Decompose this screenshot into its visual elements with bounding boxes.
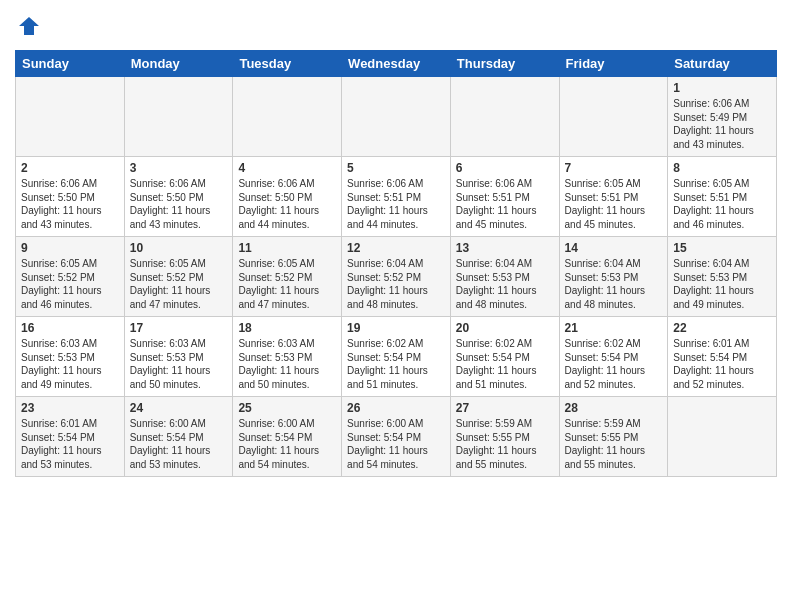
day-info: Sunrise: 6:04 AM Sunset: 5:53 PM Dayligh… [673, 257, 771, 311]
day-cell: 14Sunrise: 6:04 AM Sunset: 5:53 PM Dayli… [559, 237, 668, 317]
day-info: Sunrise: 6:01 AM Sunset: 5:54 PM Dayligh… [21, 417, 119, 471]
day-cell: 16Sunrise: 6:03 AM Sunset: 5:53 PM Dayli… [16, 317, 125, 397]
day-info: Sunrise: 6:03 AM Sunset: 5:53 PM Dayligh… [238, 337, 336, 391]
day-number: 21 [565, 321, 663, 335]
day-info: Sunrise: 6:05 AM Sunset: 5:52 PM Dayligh… [21, 257, 119, 311]
day-info: Sunrise: 6:06 AM Sunset: 5:50 PM Dayligh… [21, 177, 119, 231]
day-number: 17 [130, 321, 228, 335]
day-cell: 22Sunrise: 6:01 AM Sunset: 5:54 PM Dayli… [668, 317, 777, 397]
logo-icon [17, 14, 41, 38]
day-cell [450, 77, 559, 157]
day-info: Sunrise: 6:06 AM Sunset: 5:50 PM Dayligh… [130, 177, 228, 231]
day-number: 23 [21, 401, 119, 415]
day-cell [668, 397, 777, 477]
day-number: 13 [456, 241, 554, 255]
day-cell: 1Sunrise: 6:06 AM Sunset: 5:49 PM Daylig… [668, 77, 777, 157]
day-info: Sunrise: 6:05 AM Sunset: 5:52 PM Dayligh… [130, 257, 228, 311]
day-cell [16, 77, 125, 157]
svg-marker-0 [19, 17, 39, 35]
day-cell: 21Sunrise: 6:02 AM Sunset: 5:54 PM Dayli… [559, 317, 668, 397]
day-number: 16 [21, 321, 119, 335]
calendar-header-row: SundayMondayTuesdayWednesdayThursdayFrid… [16, 51, 777, 77]
day-cell: 2Sunrise: 6:06 AM Sunset: 5:50 PM Daylig… [16, 157, 125, 237]
day-number: 6 [456, 161, 554, 175]
week-row-3: 9Sunrise: 6:05 AM Sunset: 5:52 PM Daylig… [16, 237, 777, 317]
day-number: 14 [565, 241, 663, 255]
day-info: Sunrise: 5:59 AM Sunset: 5:55 PM Dayligh… [565, 417, 663, 471]
day-info: Sunrise: 6:02 AM Sunset: 5:54 PM Dayligh… [456, 337, 554, 391]
day-cell: 17Sunrise: 6:03 AM Sunset: 5:53 PM Dayli… [124, 317, 233, 397]
day-cell: 11Sunrise: 6:05 AM Sunset: 5:52 PM Dayli… [233, 237, 342, 317]
day-cell: 19Sunrise: 6:02 AM Sunset: 5:54 PM Dayli… [342, 317, 451, 397]
day-info: Sunrise: 6:03 AM Sunset: 5:53 PM Dayligh… [130, 337, 228, 391]
day-info: Sunrise: 6:00 AM Sunset: 5:54 PM Dayligh… [347, 417, 445, 471]
day-cell: 8Sunrise: 6:05 AM Sunset: 5:51 PM Daylig… [668, 157, 777, 237]
week-row-2: 2Sunrise: 6:06 AM Sunset: 5:50 PM Daylig… [16, 157, 777, 237]
page: SundayMondayTuesdayWednesdayThursdayFrid… [0, 0, 792, 612]
day-cell: 9Sunrise: 6:05 AM Sunset: 5:52 PM Daylig… [16, 237, 125, 317]
day-number: 26 [347, 401, 445, 415]
day-number: 7 [565, 161, 663, 175]
day-number: 3 [130, 161, 228, 175]
col-header-sunday: Sunday [16, 51, 125, 77]
col-header-friday: Friday [559, 51, 668, 77]
day-cell [559, 77, 668, 157]
day-cell: 13Sunrise: 6:04 AM Sunset: 5:53 PM Dayli… [450, 237, 559, 317]
col-header-thursday: Thursday [450, 51, 559, 77]
day-number: 5 [347, 161, 445, 175]
logo [15, 14, 41, 42]
day-cell: 12Sunrise: 6:04 AM Sunset: 5:52 PM Dayli… [342, 237, 451, 317]
day-info: Sunrise: 6:02 AM Sunset: 5:54 PM Dayligh… [565, 337, 663, 391]
day-cell: 24Sunrise: 6:00 AM Sunset: 5:54 PM Dayli… [124, 397, 233, 477]
calendar-table: SundayMondayTuesdayWednesdayThursdayFrid… [15, 50, 777, 477]
day-info: Sunrise: 6:06 AM Sunset: 5:51 PM Dayligh… [347, 177, 445, 231]
day-cell: 26Sunrise: 6:00 AM Sunset: 5:54 PM Dayli… [342, 397, 451, 477]
day-cell: 25Sunrise: 6:00 AM Sunset: 5:54 PM Dayli… [233, 397, 342, 477]
day-number: 27 [456, 401, 554, 415]
day-cell: 7Sunrise: 6:05 AM Sunset: 5:51 PM Daylig… [559, 157, 668, 237]
day-number: 10 [130, 241, 228, 255]
day-cell: 10Sunrise: 6:05 AM Sunset: 5:52 PM Dayli… [124, 237, 233, 317]
day-info: Sunrise: 6:06 AM Sunset: 5:50 PM Dayligh… [238, 177, 336, 231]
day-info: Sunrise: 6:00 AM Sunset: 5:54 PM Dayligh… [238, 417, 336, 471]
day-cell: 15Sunrise: 6:04 AM Sunset: 5:53 PM Dayli… [668, 237, 777, 317]
day-number: 20 [456, 321, 554, 335]
day-number: 28 [565, 401, 663, 415]
col-header-saturday: Saturday [668, 51, 777, 77]
day-cell: 23Sunrise: 6:01 AM Sunset: 5:54 PM Dayli… [16, 397, 125, 477]
day-cell: 6Sunrise: 6:06 AM Sunset: 5:51 PM Daylig… [450, 157, 559, 237]
day-info: Sunrise: 6:06 AM Sunset: 5:51 PM Dayligh… [456, 177, 554, 231]
day-number: 1 [673, 81, 771, 95]
day-info: Sunrise: 6:04 AM Sunset: 5:53 PM Dayligh… [456, 257, 554, 311]
week-row-4: 16Sunrise: 6:03 AM Sunset: 5:53 PM Dayli… [16, 317, 777, 397]
day-cell: 28Sunrise: 5:59 AM Sunset: 5:55 PM Dayli… [559, 397, 668, 477]
day-cell [233, 77, 342, 157]
header [15, 10, 777, 42]
day-cell [124, 77, 233, 157]
day-cell: 5Sunrise: 6:06 AM Sunset: 5:51 PM Daylig… [342, 157, 451, 237]
day-number: 9 [21, 241, 119, 255]
day-number: 15 [673, 241, 771, 255]
col-header-monday: Monday [124, 51, 233, 77]
day-cell: 3Sunrise: 6:06 AM Sunset: 5:50 PM Daylig… [124, 157, 233, 237]
day-info: Sunrise: 6:05 AM Sunset: 5:51 PM Dayligh… [673, 177, 771, 231]
day-number: 2 [21, 161, 119, 175]
day-info: Sunrise: 6:05 AM Sunset: 5:52 PM Dayligh… [238, 257, 336, 311]
day-cell: 4Sunrise: 6:06 AM Sunset: 5:50 PM Daylig… [233, 157, 342, 237]
day-number: 24 [130, 401, 228, 415]
day-cell [342, 77, 451, 157]
day-cell: 20Sunrise: 6:02 AM Sunset: 5:54 PM Dayli… [450, 317, 559, 397]
day-info: Sunrise: 6:06 AM Sunset: 5:49 PM Dayligh… [673, 97, 771, 151]
day-number: 11 [238, 241, 336, 255]
day-info: Sunrise: 5:59 AM Sunset: 5:55 PM Dayligh… [456, 417, 554, 471]
day-info: Sunrise: 6:04 AM Sunset: 5:52 PM Dayligh… [347, 257, 445, 311]
week-row-5: 23Sunrise: 6:01 AM Sunset: 5:54 PM Dayli… [16, 397, 777, 477]
day-info: Sunrise: 6:03 AM Sunset: 5:53 PM Dayligh… [21, 337, 119, 391]
col-header-tuesday: Tuesday [233, 51, 342, 77]
day-info: Sunrise: 6:00 AM Sunset: 5:54 PM Dayligh… [130, 417, 228, 471]
day-number: 8 [673, 161, 771, 175]
day-cell: 18Sunrise: 6:03 AM Sunset: 5:53 PM Dayli… [233, 317, 342, 397]
week-row-1: 1Sunrise: 6:06 AM Sunset: 5:49 PM Daylig… [16, 77, 777, 157]
day-number: 18 [238, 321, 336, 335]
day-info: Sunrise: 6:05 AM Sunset: 5:51 PM Dayligh… [565, 177, 663, 231]
